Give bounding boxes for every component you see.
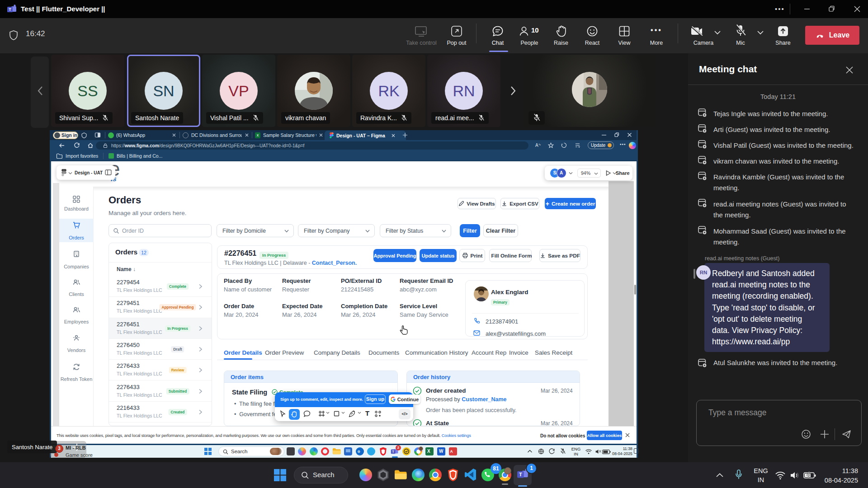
svg-text:T: T bbox=[392, 450, 394, 454]
svg-text:T: T bbox=[9, 7, 11, 12]
svg-text:T: T bbox=[519, 472, 522, 477]
